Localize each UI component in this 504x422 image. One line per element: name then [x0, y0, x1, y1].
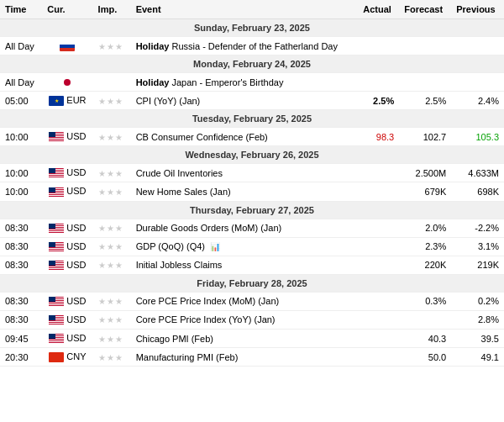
- cell-event: GDP (QoQ) (Q4) 📊: [131, 237, 359, 256]
- event-name: CB Consumer Confidence (Feb): [136, 132, 268, 142]
- cell-importance: ★★★: [93, 292, 131, 310]
- cell-forecast: 40.3: [399, 330, 451, 348]
- section-header-row: Monday, February 24, 2025: [0, 55, 504, 73]
- event-name: Durable Goods Orders (MoM) (Jan): [136, 223, 282, 233]
- cell-forecast: [399, 73, 451, 92]
- cell-importance: ★★★: [93, 164, 131, 182]
- economic-calendar-table: Time Cur. Imp. Event Actual Forecast Pre…: [0, 0, 504, 367]
- cell-importance: ★★★: [93, 219, 131, 237]
- importance-stars: ★★★: [98, 353, 123, 362]
- cell-previous: 2.8%: [451, 310, 504, 329]
- cell-time: 20:30: [0, 348, 42, 367]
- section-header-row: Sunday, February 23, 2025: [0, 19, 504, 37]
- cell-time: 10:00: [0, 128, 42, 146]
- previous-value: 4.633M: [468, 168, 499, 178]
- cell-actual: [358, 292, 399, 310]
- cell-event: Holiday Japan - Emperor's Birthday: [131, 73, 359, 92]
- cell-forecast: [399, 37, 451, 55]
- actual-value: 2.5%: [373, 96, 394, 106]
- flag-us: [49, 242, 64, 252]
- header-cur: Cur.: [42, 0, 92, 19]
- forecast-value: 102.7: [423, 132, 447, 142]
- cell-forecast: 2.5%: [399, 92, 451, 110]
- cell-previous: 219K: [451, 256, 504, 274]
- cell-currency: USD: [42, 164, 92, 182]
- cell-importance: ★★★: [93, 348, 131, 367]
- event-name: Core PCE Price Index (MoM) (Jan): [136, 296, 280, 306]
- cell-forecast: 0.3%: [399, 292, 451, 310]
- table-row: 20:30 CNY★★★Manufacturing PMI (Feb)50.04…: [0, 348, 504, 367]
- currency-label: USD: [66, 314, 86, 324]
- cell-importance: ★★★: [93, 310, 131, 329]
- cell-forecast: 102.7: [399, 128, 451, 146]
- forecast-value: 2.500M: [416, 168, 447, 178]
- event-name: Initial Jobless Claims: [136, 260, 223, 270]
- cell-actual: [358, 164, 399, 182]
- cell-importance: ★★★: [93, 128, 131, 146]
- forecast-value: 40.3: [428, 334, 446, 344]
- section-header-row: Wednesday, February 26, 2025: [0, 146, 504, 164]
- section-label: Wednesday, February 26, 2025: [0, 146, 504, 164]
- forecast-value: 679K: [425, 187, 447, 197]
- cell-actual: [358, 182, 399, 201]
- currency-label: USD: [66, 223, 86, 233]
- chart-icon: 📊: [210, 242, 220, 251]
- currency-label: USD: [66, 131, 86, 141]
- header-time: Time: [0, 0, 42, 19]
- actual-value: 98.3: [376, 132, 394, 142]
- cell-previous: 39.5: [451, 330, 504, 348]
- event-name: Crude Oil Inventories: [136, 168, 223, 178]
- section-label: Thursday, February 27, 2025: [0, 201, 504, 219]
- table-row: 05:00★ EUR★★★CPI (YoY) (Jan)2.5%2.5%2.4%: [0, 92, 504, 110]
- event-name: Manufacturing PMI (Feb): [136, 352, 239, 362]
- importance-stars: ★★★: [98, 42, 123, 51]
- cell-event: CB Consumer Confidence (Feb): [131, 128, 359, 146]
- cell-time: 08:30: [0, 292, 42, 310]
- previous-value: 49.1: [481, 352, 499, 362]
- cell-actual: [358, 330, 399, 348]
- currency-label: USD: [66, 260, 86, 270]
- forecast-value: 2.0%: [425, 223, 446, 233]
- cell-time: 10:00: [0, 164, 42, 182]
- section-header-row: Friday, February 28, 2025: [0, 274, 504, 292]
- previous-value: 219K: [477, 260, 499, 270]
- cell-time: All Day: [0, 37, 42, 55]
- cell-event: CPI (YoY) (Jan): [131, 92, 359, 110]
- cell-forecast: 2.0%: [399, 219, 451, 237]
- currency-label: USD: [66, 296, 86, 306]
- event-type: Holiday: [136, 77, 170, 87]
- currency-label: EUR: [66, 95, 86, 105]
- event-name: Core PCE Price Index (YoY) (Jan): [136, 314, 276, 324]
- flag-japan: [60, 77, 75, 87]
- cell-actual: [358, 237, 399, 256]
- cell-currency: USD: [42, 237, 92, 256]
- currency-label: USD: [66, 241, 86, 251]
- currency-label: USD: [66, 186, 86, 196]
- cell-event: Core PCE Price Index (YoY) (Jan): [131, 310, 359, 329]
- cell-time: 08:30: [0, 310, 42, 329]
- section-header-row: Thursday, February 27, 2025: [0, 201, 504, 219]
- cell-currency: USD: [42, 182, 92, 201]
- importance-stars: ★★★: [98, 315, 123, 324]
- cell-forecast: [399, 310, 451, 329]
- cell-event: Manufacturing PMI (Feb): [131, 348, 359, 367]
- cell-forecast: 679K: [399, 182, 451, 201]
- cell-forecast: 220K: [399, 256, 451, 274]
- event-name: CPI (YoY) (Jan): [136, 96, 201, 106]
- importance-stars: ★★★: [98, 335, 123, 344]
- forecast-value: 2.3%: [425, 241, 446, 251]
- cell-currency: USD: [42, 256, 92, 274]
- cell-currency: USD: [42, 310, 92, 329]
- previous-value: 698K: [477, 187, 499, 197]
- flag-us: [49, 224, 64, 234]
- cell-previous: 0.2%: [451, 292, 504, 310]
- cell-event: Crude Oil Inventories: [131, 164, 359, 182]
- importance-stars: ★★★: [98, 187, 123, 197]
- cell-time: 08:30: [0, 219, 42, 237]
- flag-china: [49, 352, 64, 362]
- cell-time: All Day: [0, 73, 42, 92]
- event-name: Chicago PMI (Feb): [136, 334, 213, 344]
- previous-value: 39.5: [481, 334, 499, 344]
- cell-actual: 98.3: [358, 128, 399, 146]
- table-row: 08:30 USD★★★Core PCE Price Index (YoY) (…: [0, 310, 504, 329]
